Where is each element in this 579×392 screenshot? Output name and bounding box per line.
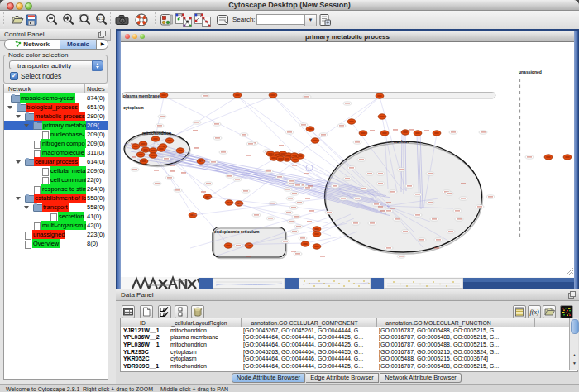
svg-text:unassigned: unassigned [519, 69, 542, 74]
svg-text:1:1: 1:1 [98, 16, 104, 21]
svg-text:plasma membrane: plasma membrane [123, 93, 160, 98]
svg-text:cytoplasm: cytoplasm [123, 105, 144, 110]
svg-text:f(x): f(x) [530, 308, 539, 316]
svg-text:endoplasmic reticulum: endoplasmic reticulum [214, 229, 260, 234]
